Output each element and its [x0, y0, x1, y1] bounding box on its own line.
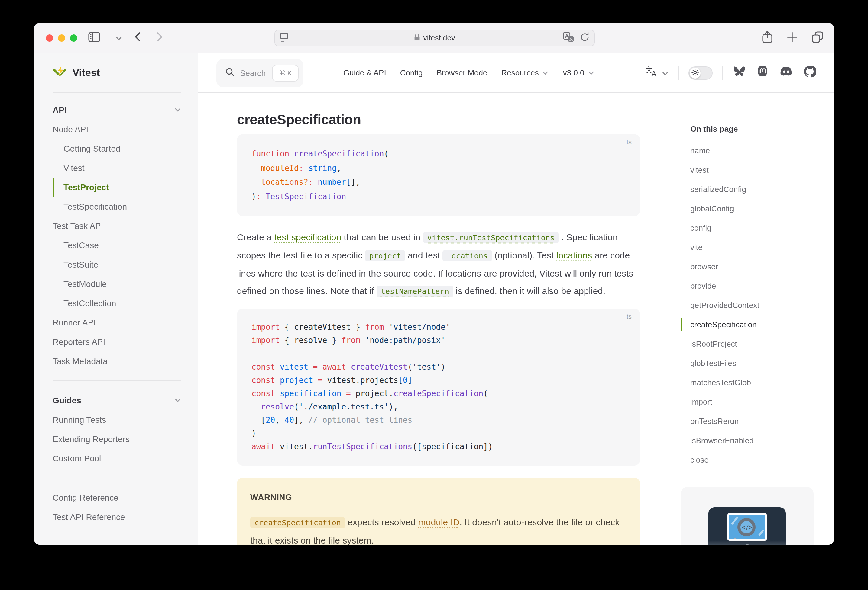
url-bar[interactable]: vitest.dev A文: [275, 29, 595, 47]
chevron-down-icon: [662, 67, 669, 78]
nav-item-config[interactable]: Config: [400, 68, 423, 77]
sidebar-item-testcase[interactable]: TestCase: [53, 235, 182, 255]
chevron-down-icon: [174, 106, 182, 113]
sponsor-ad-card[interactable]: </>: [681, 487, 813, 545]
minimize-window-button[interactable]: [58, 34, 65, 42]
sidebar-item-extending-reporters[interactable]: Extending Reporters: [53, 430, 182, 449]
toc-item-isrootproject[interactable]: isRootProject: [690, 334, 759, 354]
sidebar-item-testsuite[interactable]: TestSuite: [53, 255, 182, 274]
toc-item-ontestsrerun[interactable]: onTestsRerun: [690, 412, 759, 431]
toc-item-matchestestglob[interactable]: matchesTestGlob: [690, 373, 759, 393]
sidebar-item-custom-pool[interactable]: Custom Pool: [53, 449, 182, 468]
sidebar-item-guides[interactable]: Guides: [53, 391, 182, 410]
sidebar-item-testcollection[interactable]: TestCollection: [53, 293, 182, 313]
translate-icon[interactable]: A文: [563, 32, 574, 44]
sun-icon: [691, 67, 699, 78]
close-window-button[interactable]: [46, 34, 53, 42]
toc-item-vite[interactable]: vite: [690, 238, 759, 257]
chevron-down-icon: [174, 397, 182, 404]
share-icon[interactable]: [762, 31, 772, 45]
header-nav: Guide & APIConfigBrowser ModeResourcesv3…: [343, 53, 595, 93]
sidebar-item-task-metadata[interactable]: Task Metadata: [53, 352, 182, 371]
toc-item-globtestfiles[interactable]: globTestFiles: [690, 354, 759, 373]
toc-item-globalconfig[interactable]: globalConfig: [690, 199, 759, 219]
tab-overview-icon[interactable]: [812, 31, 823, 45]
inline-link-module-id[interactable]: module ID: [418, 517, 460, 527]
inline-link-locations[interactable]: locations: [557, 250, 592, 260]
sidebar-toggle-icon[interactable]: [88, 32, 100, 44]
nav-item-browser-mode[interactable]: Browser Mode: [437, 68, 487, 77]
search-label: Search: [240, 69, 266, 78]
bluesky-icon[interactable]: [732, 66, 746, 80]
warning-callout: WARNING createSpecification expects reso…: [237, 478, 640, 545]
code-lines: import { createVitest } from 'vitest/nod…: [251, 321, 626, 453]
forward-icon[interactable]: [156, 32, 163, 44]
search-button[interactable]: Search ⌘ K: [216, 59, 303, 87]
toc-item-isbrowserenabled[interactable]: isBrowserEnabled: [690, 431, 759, 450]
sidebar-item-testmodule[interactable]: TestModule: [53, 274, 182, 293]
sidebar-item-reporters-api[interactable]: Reporters API: [53, 332, 182, 352]
toc-item-createspecification[interactable]: createSpecification: [690, 315, 759, 334]
sidebar-item-config-reference[interactable]: Config Reference: [53, 488, 182, 507]
logo[interactable]: Vitest: [53, 53, 182, 93]
toc-item-vitest[interactable]: vitest: [690, 160, 759, 180]
toc-title: On this page: [690, 124, 738, 134]
url-text: vitest.dev: [423, 34, 455, 42]
sidebar-nav: APINode APIGetting StartedVitestTestProj…: [53, 93, 182, 527]
header-divider: [678, 66, 679, 80]
translate-icon: 文A: [645, 66, 658, 80]
toc-item-getprovidedcontext[interactable]: getProvidedContext: [690, 296, 759, 315]
toc-item-config[interactable]: config: [690, 219, 759, 238]
browser-toolbar: vitest.dev A文: [34, 23, 834, 53]
sidebar-item-test-task-api[interactable]: Test Task API: [53, 216, 182, 235]
reader-view-icon[interactable]: [280, 32, 288, 44]
screen: vitest.dev A文: [0, 0, 868, 590]
inline-code-link-vitest-runtestspecifications[interactable]: vitest.runTestSpecifications: [423, 232, 558, 243]
browser-window: vitest.dev A文: [34, 23, 834, 545]
back-icon[interactable]: [134, 32, 141, 44]
sidebar-item-getting-started[interactable]: Getting Started: [53, 139, 182, 158]
page-body: createSpecification ts function createSp…: [198, 93, 834, 545]
discord-icon[interactable]: [779, 66, 793, 79]
sidebar-item-testproject[interactable]: TestProject: [53, 178, 182, 197]
monitor-icon: </>: [727, 513, 767, 541]
toc-item-browser[interactable]: browser: [690, 257, 759, 277]
theme-toggle[interactable]: [688, 66, 713, 79]
sidebar-item-running-tests[interactable]: Running Tests: [53, 410, 182, 430]
new-tab-icon[interactable]: [787, 32, 797, 44]
sidebar-item-testspecification[interactable]: TestSpecification: [53, 197, 182, 216]
sidebar-item-vitest[interactable]: Vitest: [53, 158, 182, 178]
nav-item-guide-api[interactable]: Guide & API: [343, 68, 386, 77]
zoom-window-button[interactable]: [70, 34, 77, 42]
code-block-signature: ts function createSpecification( moduleI…: [237, 134, 640, 216]
search-shortcut: ⌘ K: [272, 65, 298, 81]
toolbar-divider: [108, 31, 108, 45]
warning-title: WARNING: [250, 488, 627, 506]
toc-item-provide[interactable]: provide: [690, 277, 759, 296]
toc-item-close[interactable]: close: [690, 450, 759, 470]
toc-item-name[interactable]: name: [690, 141, 759, 160]
sidebar-item-api[interactable]: API: [53, 100, 182, 119]
sidebar-item-node-api[interactable]: Node API: [53, 119, 182, 139]
social-links: [732, 65, 816, 80]
mastodon-icon[interactable]: [756, 65, 769, 80]
nav-item-resources[interactable]: Resources: [501, 68, 549, 77]
nav-item-v3-0-0[interactable]: v3.0.0: [563, 68, 595, 77]
chevron-down-icon[interactable]: [115, 32, 122, 44]
toc-item-serializedconfig[interactable]: serializedConfig: [690, 180, 759, 199]
text: (optional). Test: [492, 250, 557, 260]
ad-illustration: </>: [709, 507, 786, 545]
svg-text:文: 文: [569, 37, 573, 41]
sidebar: Vitest APINode APIGetting StartedVitestT…: [34, 53, 198, 545]
github-icon[interactable]: [803, 65, 816, 80]
inline-code-link-testnamepattern[interactable]: testNamePattern: [376, 285, 453, 297]
vitest-logo-icon: [53, 64, 67, 81]
sidebar-item-test-api-reference[interactable]: Test API Reference: [53, 507, 182, 527]
sidebar-item-runner-api[interactable]: Runner API: [53, 313, 182, 332]
reload-icon[interactable]: [580, 32, 589, 44]
toc-item-import[interactable]: import: [690, 393, 759, 412]
inline-link-test-specification[interactable]: test specification: [274, 232, 341, 242]
chevron-down-icon: [588, 69, 595, 77]
language-menu[interactable]: 文A: [645, 66, 669, 80]
text: Create a: [237, 232, 274, 242]
